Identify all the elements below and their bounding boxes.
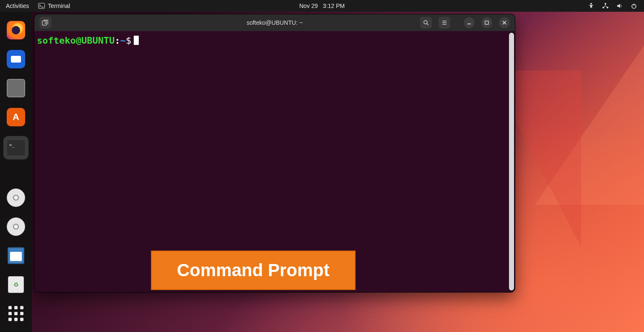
dock-disc-2[interactable] xyxy=(5,216,27,237)
dock-firefox[interactable] xyxy=(5,20,27,41)
focused-app-name: Terminal xyxy=(48,3,70,9)
dock-show-applications[interactable] xyxy=(5,303,27,324)
volume-icon[interactable] xyxy=(616,3,623,9)
ubuntu-dock: A >_ xyxy=(0,12,32,332)
focused-app-indicator[interactable]: Terminal xyxy=(38,3,70,9)
terminal-scrollbar[interactable] xyxy=(509,33,514,290)
gnome-top-panel: Activities Terminal Nov 29 3:12 PM xyxy=(0,0,644,12)
dock-disc-1[interactable] xyxy=(5,187,27,208)
dock-thunderbird[interactable] xyxy=(5,49,27,70)
disc-icon xyxy=(7,188,25,207)
panel-date: Nov 29 xyxy=(299,3,318,9)
prompt-colon: : xyxy=(114,35,120,46)
files-icon xyxy=(7,79,25,97)
svg-point-7 xyxy=(424,21,427,24)
annotation-callout: Command Prompt xyxy=(151,251,356,290)
cursor xyxy=(134,36,139,45)
svg-point-2 xyxy=(605,3,606,5)
annotation-text: Command Prompt xyxy=(177,260,330,280)
prompt-path: ~ xyxy=(120,35,126,46)
dock-files[interactable] xyxy=(5,78,27,99)
accessibility-icon[interactable] xyxy=(588,3,595,9)
network-icon[interactable] xyxy=(602,3,609,9)
svg-rect-0 xyxy=(39,3,45,9)
dock-save[interactable] xyxy=(5,245,27,266)
terminal-titlebar[interactable]: softeko@UBUNTU: ~ xyxy=(34,14,515,31)
dock-software[interactable]: A xyxy=(5,107,27,128)
activities-button[interactable]: Activities xyxy=(6,3,29,9)
shell-prompt: softeko@UBUNTU:~$ xyxy=(37,34,512,47)
clock[interactable]: Nov 29 3:12 PM xyxy=(299,3,345,9)
minimize-button[interactable] xyxy=(464,17,475,28)
svg-point-1 xyxy=(590,3,592,5)
disc-icon xyxy=(7,217,25,236)
firefox-icon xyxy=(7,21,25,39)
apps-grid-icon xyxy=(8,306,23,321)
new-tab-button[interactable] xyxy=(39,17,51,29)
prompt-user: softeko xyxy=(37,35,76,46)
thunderbird-icon xyxy=(7,50,25,68)
search-button[interactable] xyxy=(420,17,432,29)
prompt-symbol: $ xyxy=(126,35,131,46)
dock-trash[interactable] xyxy=(5,274,27,295)
terminal-app-icon xyxy=(38,3,45,9)
software-icon: A xyxy=(7,108,25,126)
save-icon xyxy=(8,247,24,264)
trash-icon xyxy=(8,276,24,293)
menu-button[interactable] xyxy=(439,17,450,29)
prompt-host: UBUNTU xyxy=(81,35,114,46)
maximize-button[interactable] xyxy=(481,17,492,28)
window-title: softeko@UBUNTU: ~ xyxy=(247,19,303,26)
panel-time: 3:12 PM xyxy=(323,3,345,9)
dock-terminal[interactable]: >_ xyxy=(3,136,29,159)
svg-rect-8 xyxy=(485,21,488,24)
prompt-at: @ xyxy=(76,35,81,46)
terminal-icon: >_ xyxy=(6,139,26,156)
close-button[interactable] xyxy=(499,17,510,28)
power-icon[interactable] xyxy=(631,3,637,9)
